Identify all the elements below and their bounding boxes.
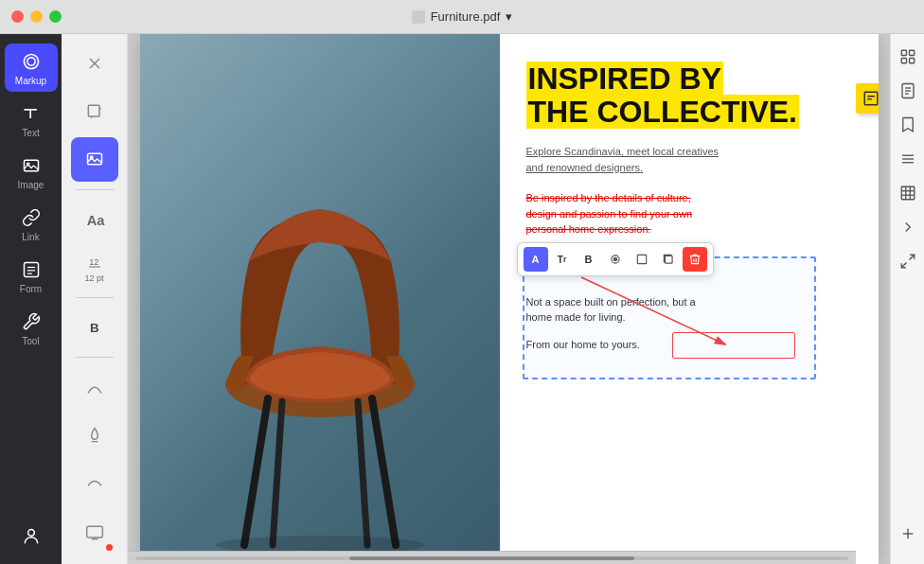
- titlebar: Furniture.pdf ▾: [0, 0, 924, 34]
- table-btn[interactable]: [895, 180, 921, 206]
- screen-tool-btn[interactable]: [71, 509, 118, 556]
- svg-rect-31: [665, 256, 672, 264]
- ft-text-btn[interactable]: A: [524, 247, 548, 272]
- svg-line-53: [901, 263, 906, 268]
- pdf-headline: INSPIRED BY THE COLLECTIVE.: [526, 62, 852, 129]
- user-icon: [21, 526, 42, 547]
- svg-rect-10: [88, 105, 99, 116]
- tool-divider-3: [76, 357, 114, 358]
- svg-point-7: [27, 530, 34, 537]
- svg-rect-30: [637, 255, 646, 263]
- svg-point-29: [613, 257, 617, 261]
- fontsize-label: 12 pt: [84, 273, 103, 283]
- sidebar-label-markup: Markup: [15, 76, 46, 86]
- left-sidebar: Markup Text Image Link F: [0, 34, 62, 564]
- svg-point-0: [27, 58, 34, 65]
- image-tool-btn[interactable]: [71, 137, 118, 182]
- float-toolbar: A Tr B: [517, 242, 714, 276]
- sidebar-item-image[interactable]: Image: [5, 148, 58, 196]
- form-tool-icon: [21, 259, 42, 280]
- close-button[interactable]: [11, 10, 24, 23]
- text-tool-icon: [21, 103, 42, 124]
- bold-tool-btn[interactable]: B: [71, 306, 118, 350]
- main-area: Markup Text Image Link F: [0, 34, 924, 564]
- sticky-note-btn[interactable]: [856, 83, 879, 114]
- ft-color-btn[interactable]: [603, 247, 628, 272]
- expand-btn[interactable]: [895, 248, 921, 274]
- tool-divider-1: [76, 189, 114, 190]
- fontsize-tool-btn[interactable]: 12 12 pt: [71, 245, 118, 290]
- erase-tool-btn[interactable]: [71, 414, 118, 458]
- sidebar-item-form[interactable]: Form: [5, 252, 58, 300]
- tool-divider-2: [76, 297, 114, 298]
- image-tool-icon: [21, 155, 42, 176]
- svg-rect-38: [901, 59, 906, 63]
- add-btn[interactable]: [895, 520, 921, 547]
- window-controls[interactable]: [11, 10, 62, 23]
- pdf-viewer: INSPIRED BY THE COLLECTIVE. Explore Scan…: [140, 34, 879, 564]
- sidebar-item-user[interactable]: [5, 519, 58, 553]
- svg-rect-3: [24, 263, 38, 277]
- sidebar-label-link: Link: [22, 232, 39, 242]
- svg-rect-36: [901, 50, 906, 55]
- grid-view-btn[interactable]: [895, 44, 921, 70]
- scrollbar-thumb[interactable]: [349, 556, 634, 560]
- arc-tool-btn[interactable]: [71, 461, 118, 505]
- sidebar-item-markup[interactable]: Markup: [5, 44, 58, 92]
- pdf-image-side: [140, 34, 500, 564]
- menu-btn[interactable]: [895, 146, 921, 172]
- plus-area: [895, 520, 921, 555]
- sidebar-item-link[interactable]: Link: [5, 200, 58, 248]
- window-title: Furniture.pdf ▾: [412, 9, 513, 24]
- sidebar-item-text[interactable]: Text: [5, 96, 58, 144]
- crop-tool-btn[interactable]: [71, 90, 118, 134]
- file-icon: [412, 10, 425, 24]
- bottom-scrollbar: [128, 551, 856, 564]
- bookmark-btn[interactable]: [895, 112, 921, 138]
- tools-panel: Aa 12 12 pt B: [62, 34, 128, 564]
- svg-text:Aa: Aa: [86, 212, 104, 227]
- svg-line-52: [909, 255, 914, 259]
- chevron-icon[interactable]: ▾: [506, 9, 512, 24]
- ft-copy-btn[interactable]: [656, 247, 681, 272]
- pdf-subtitle: Explore Scandinavia, meet local creative…: [526, 144, 852, 175]
- svg-rect-11: [87, 154, 101, 166]
- ft-box-btn[interactable]: [630, 247, 654, 272]
- headline-line2: THE COLLECTIVE.: [526, 95, 799, 129]
- svg-rect-37: [909, 50, 914, 55]
- maximize-button[interactable]: [49, 10, 62, 23]
- scrollbar-track[interactable]: [135, 556, 848, 560]
- sidebar-label-form: Form: [20, 284, 42, 294]
- page-view-btn[interactable]: [895, 78, 921, 104]
- content-area: INSPIRED BY THE COLLECTIVE. Explore Scan…: [128, 34, 890, 564]
- curve-tool-btn[interactable]: [71, 365, 118, 410]
- ft-font-btn[interactable]: Tr: [550, 247, 575, 272]
- svg-rect-39: [909, 59, 914, 63]
- sidebar-item-tool[interactable]: Tool: [5, 304, 58, 352]
- chair-illustration: [159, 167, 481, 564]
- font-tool-btn[interactable]: Aa: [71, 198, 118, 242]
- pdf-content-side: INSPIRED BY THE COLLECTIVE. Explore Scan…: [500, 34, 879, 564]
- close-tool-btn[interactable]: [71, 42, 118, 86]
- svg-rect-1: [24, 160, 38, 171]
- tool-icon: [21, 311, 42, 332]
- link-tool-icon: [21, 207, 42, 228]
- svg-line-32: [581, 277, 723, 344]
- ft-bold-btn[interactable]: B: [577, 247, 601, 272]
- markup-icon: [21, 51, 42, 72]
- minimize-button[interactable]: [30, 10, 43, 23]
- sidebar-label-tool: Tool: [22, 336, 39, 346]
- svg-text:B: B: [90, 321, 99, 335]
- sticky-note-icon: [856, 83, 879, 114]
- svg-text:12: 12: [89, 256, 98, 266]
- svg-rect-47: [901, 186, 915, 200]
- nav-right-btn[interactable]: [895, 214, 921, 240]
- ft-delete-btn[interactable]: [683, 247, 707, 272]
- sidebar-label-text: Text: [22, 128, 39, 138]
- headline-line1: INSPIRED BY: [526, 62, 723, 96]
- right-panel: [890, 34, 924, 564]
- file-name: Furniture.pdf: [431, 9, 501, 24]
- svg-rect-18: [86, 526, 102, 538]
- sidebar-label-image: Image: [18, 180, 44, 190]
- pdf-strikethrough: Be inspired by the details of culture, d…: [526, 190, 852, 238]
